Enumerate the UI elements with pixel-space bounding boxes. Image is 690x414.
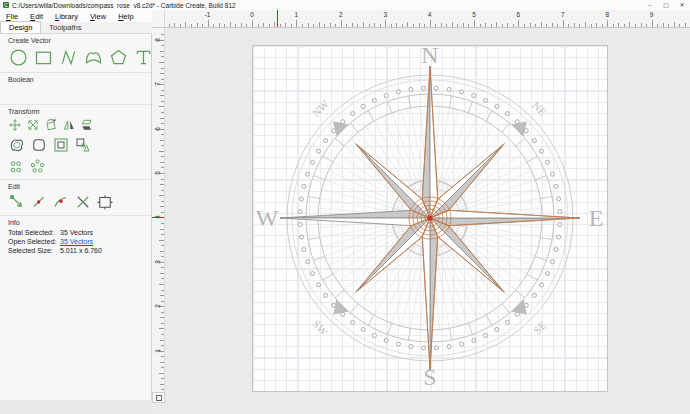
close-icon[interactable]: ✕ — [674, 0, 690, 10]
split-tool[interactable] — [74, 193, 92, 211]
minimize-icon[interactable]: – — [642, 0, 658, 10]
app-icon: C — [3, 2, 9, 8]
band-divider — [408, 96, 410, 108]
fillet-tool[interactable] — [30, 136, 48, 154]
maximize-icon[interactable]: ▢ — [658, 0, 674, 10]
ruler-label: 7 — [154, 82, 161, 86]
ruler-tick — [161, 212, 164, 213]
menu-file[interactable]: File — [0, 12, 24, 21]
ruler-tick — [159, 240, 164, 241]
band-arrow — [333, 121, 349, 137]
polygon-icon — [112, 51, 126, 64]
compass-rose-drawing[interactable]: NESWNWNESESW — [165, 28, 690, 414]
ruler-tick — [161, 356, 164, 357]
create-vector-section: Create Vector — [0, 34, 151, 73]
dot-marker — [306, 260, 310, 264]
ruler-tick — [285, 23, 286, 27]
band-divider — [323, 274, 333, 280]
menu-help[interactable]: Help — [112, 12, 139, 21]
ruler-cursor-marker — [277, 10, 278, 27]
align-tool[interactable] — [74, 136, 92, 154]
menu-edit[interactable]: Edit — [24, 12, 49, 21]
cardinal-letter-n[interactable]: N — [421, 42, 438, 68]
ruler-tick — [491, 24, 492, 27]
text-icon — [137, 51, 149, 63]
dot-marker — [384, 94, 388, 98]
ruler-tick — [161, 68, 164, 69]
offset-tool[interactable] — [52, 136, 70, 154]
rectangle-tool[interactable] — [33, 47, 54, 68]
band-divider — [502, 123, 510, 132]
intercardinal-letter-se[interactable]: SE — [531, 319, 549, 337]
polygon-tool[interactable] — [108, 47, 129, 68]
dot-marker — [316, 149, 320, 153]
ruler-tick — [663, 23, 664, 27]
ruler-tick — [496, 22, 497, 27]
ruler-tick — [159, 62, 164, 63]
ruler-tick — [161, 156, 164, 157]
ruler-label: 7 — [561, 11, 565, 18]
ruler-tick — [160, 384, 164, 385]
band-divider — [535, 256, 546, 260]
circle-icon — [11, 50, 26, 65]
polyline-tool[interactable] — [58, 47, 79, 68]
curve-tool[interactable] — [83, 47, 104, 68]
ruler-tick — [161, 79, 164, 80]
cardinal-letter-s[interactable]: S — [423, 364, 436, 390]
trace-tool[interactable] — [8, 136, 26, 154]
ruler-tick — [160, 317, 164, 318]
menu-library[interactable]: Library — [49, 12, 84, 21]
ruler-tick — [161, 278, 164, 279]
circle-tool[interactable] — [8, 47, 29, 68]
ruler-tick — [546, 24, 547, 27]
ruler-tick — [263, 23, 264, 27]
ruler-tick — [161, 312, 164, 313]
ruler-tick — [607, 20, 608, 27]
mirror-tool[interactable] — [62, 118, 76, 132]
section-title: Boolean — [8, 76, 143, 83]
ruler-tick — [518, 20, 519, 27]
array-linear-tool[interactable] — [8, 158, 25, 175]
ruler-tick — [219, 23, 220, 27]
join-tool[interactable] — [52, 193, 70, 211]
band-divider — [313, 256, 324, 260]
cardinal-letter-w[interactable]: W — [256, 205, 279, 231]
ruler-tick — [568, 24, 569, 27]
cardinal-letter-e[interactable]: E — [589, 205, 604, 231]
resize-tool[interactable] — [96, 193, 114, 211]
dot-marker — [361, 105, 365, 109]
band-divider — [388, 101, 392, 112]
ruler-tick — [160, 51, 164, 52]
menu-view[interactable]: View — [84, 12, 112, 21]
ruler-tick — [160, 162, 164, 163]
tab-toolpaths[interactable]: Toolpaths — [41, 22, 89, 33]
rotate-tool[interactable] — [44, 118, 58, 132]
drawing-canvas[interactable]: NESWNWNESESW — [165, 28, 690, 414]
polyline-icon — [62, 51, 74, 63]
scale-tool[interactable] — [26, 118, 40, 132]
node-edit-tool[interactable] — [8, 193, 26, 211]
dot-marker — [557, 235, 561, 239]
intercardinal-letter-nw[interactable]: NW — [310, 97, 332, 119]
ruler-tick — [652, 20, 653, 27]
move-tool[interactable] — [8, 118, 22, 132]
info-value: 5.011 x 6.760 — [60, 247, 102, 254]
intercardinal-letter-sw[interactable]: SW — [310, 318, 331, 339]
ruler-tick — [591, 24, 592, 27]
intercardinal-letter-ne[interactable]: NE — [530, 99, 549, 118]
ruler-tick — [657, 24, 658, 27]
text-tool[interactable] — [133, 47, 154, 68]
band-divider — [449, 96, 451, 108]
tab-design[interactable]: Design — [0, 21, 41, 33]
rectangle-icon — [37, 52, 51, 63]
open-vectors-link[interactable]: 35 Vectors — [60, 238, 93, 245]
ruler-tick — [161, 234, 164, 235]
shear-tool[interactable] — [80, 118, 94, 132]
array-circular-tool[interactable] — [29, 158, 46, 175]
ruler-tick — [291, 24, 292, 27]
band-divider — [323, 156, 333, 162]
ruler-tick — [230, 22, 231, 27]
section-title: Info — [8, 219, 143, 226]
trim-tool[interactable] — [30, 193, 48, 211]
band-divider — [449, 328, 451, 340]
